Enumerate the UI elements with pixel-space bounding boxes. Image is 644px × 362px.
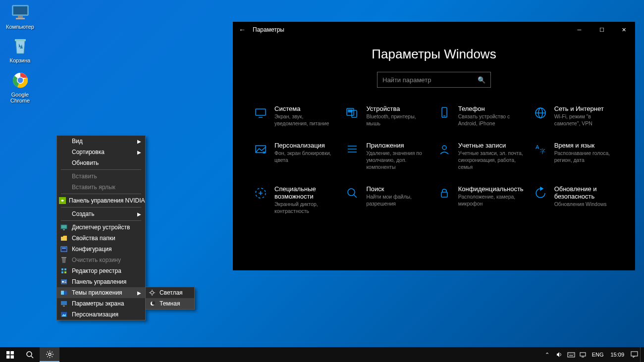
minimize-button[interactable]: ─ [568,22,590,38]
svg-rect-13 [61,257,66,258]
category-devices[interactable]: Устройства Bluetooth, принтеры, мышь [344,105,427,127]
svg-rect-39 [348,111,352,112]
cm-display-settings[interactable]: Параметры экрана [57,298,145,309]
svg-rect-11 [61,247,67,252]
theme-icon [59,289,69,297]
svg-rect-56 [6,351,10,355]
category-desc: Учетные записи, эл. почта, синхронизация… [458,150,524,170]
category-title: Телефон [458,105,524,112]
svg-rect-55 [441,192,447,197]
category-desc: Bluetooth, принтеры, мышь [366,113,427,127]
svg-rect-38 [348,110,352,110]
maximize-button[interactable]: ☐ [590,22,613,38]
category-update[interactable]: Обновление и безопасность Обновления Win… [533,185,615,214]
category-title: Обновление и безопасность [554,185,615,200]
category-phone[interactable]: Телефон Связать устройство с Android, iP… [436,105,524,127]
svg-rect-21 [64,282,66,283]
category-title: Специальные возможности [274,185,335,200]
show-desktop-button[interactable] [640,347,644,362]
category-privacy[interactable]: Конфиденциальность Расположение, камера,… [436,185,524,214]
svg-rect-23 [61,291,64,295]
svg-rect-20 [64,281,66,281]
cm-empty-bin: Очистить корзину [57,255,145,265]
svg-rect-16 [61,271,63,273]
cm-sort[interactable]: Сортировка▶ [57,147,145,157]
svg-line-54 [354,195,357,198]
cm-control-panel[interactable]: Панель управления [57,276,145,287]
cm-regedit[interactable]: Редактор реестра [57,265,145,276]
svg-rect-58 [6,355,10,359]
category-accounts[interactable]: Учетные записи Учетные записи, эл. почта… [436,142,524,170]
category-desc: Обновления Windows [554,201,615,208]
category-title: Устройства [366,105,427,112]
category-desc: Расположение, камера, микрофон [458,194,524,207]
close-button[interactable]: ✕ [613,22,635,38]
personalization-icon [253,142,268,157]
category-desc: Фон, экран блокировки, цвета [274,150,335,163]
theme-light[interactable]: Светлая [146,287,194,298]
cm-personalize[interactable]: Персонализация [57,309,145,320]
category-searchcat[interactable]: Поиск Найти мои файлы, разрешения [344,185,427,214]
action-center-icon[interactable] [628,347,640,362]
category-ease[interactable]: Специальные возможности Экранный диктор,… [253,185,335,214]
desktop-icon-chrome[interactable]: Google Chrome [1,70,39,103]
category-desc: Найти мои файлы, разрешения [366,194,427,207]
category-apps[interactable]: Приложения Удаление, значения по умолчан… [344,142,427,170]
category-network[interactable]: Сеть и Интернет Wi-Fi, режим "в самолете… [533,105,615,127]
cm-device-manager[interactable]: Диспетчер устройств [57,222,145,233]
cm-nvidia[interactable]: Панель управления NVIDIA [57,195,145,206]
moon-icon [148,300,157,308]
clock[interactable]: 15:09 [606,352,628,358]
cm-new[interactable]: Создать▶ [57,208,145,219]
volume-icon[interactable] [553,347,565,362]
cm-msconfig[interactable]: Конфигурация [57,244,145,255]
svg-rect-34 [256,109,266,115]
network-icon[interactable] [577,347,589,362]
svg-point-49 [442,146,446,150]
time-icon: A字 [533,142,548,157]
desktop-icon-recycle-bin[interactable]: Корзина [1,36,39,63]
svg-rect-57 [10,351,14,355]
svg-rect-14 [61,268,63,270]
theme-dark[interactable]: Темная [146,298,194,309]
taskbar-settings-button[interactable] [40,347,59,362]
titlebar[interactable]: ← Параметры ─ ☐ ✕ [233,22,635,38]
svg-text:A: A [536,144,539,150]
settings-window: ← Параметры ─ ☐ ✕ Параметры Windows 🔍 Си… [233,22,635,270]
svg-line-61 [31,356,33,358]
cm-app-themes[interactable]: Темы приложения▶ Светлая Темная [57,287,145,298]
language-indicator[interactable]: ENG [589,352,607,358]
display-icon [59,300,69,308]
svg-rect-71 [631,352,638,356]
cm-refresh[interactable]: Обновить [57,157,145,168]
search-input[interactable] [382,76,478,84]
category-system[interactable]: Система Экран, звук, уведомления, питани… [253,105,335,127]
svg-rect-12 [62,248,66,249]
desktop-icon-computer[interactable]: Компьютер [1,2,39,30]
category-time[interactable]: A字 Время и язык Распознавание голоса, ре… [533,142,615,170]
cm-view[interactable]: Вид▶ [57,136,145,147]
searchcat-icon [344,185,360,201]
svg-point-19 [62,281,64,283]
category-desc: Экранный диктор, контрастность [274,201,335,214]
category-desc: Удаление, значения по умолчанию, доп. ко… [366,150,427,170]
desktop-context-menu: Вид▶ Сортировка▶ Обновить Вставить Встав… [56,135,146,320]
keyboard-icon[interactable] [565,347,577,362]
search-box[interactable]: 🔍 [377,72,491,88]
config-icon [59,245,69,253]
window-title: Параметры [253,26,568,33]
search-icon: 🔍 [478,76,485,84]
start-button[interactable] [0,347,20,362]
back-button[interactable]: ← [239,26,246,34]
taskbar-search-button[interactable] [20,347,40,362]
update-icon [533,185,548,201]
category-personalization[interactable]: Персонализация Фон, экран блокировки, цв… [253,142,335,170]
tray-arrow-icon[interactable]: ⌃ [541,347,553,362]
network-icon [533,105,548,121]
svg-rect-59 [10,355,14,359]
svg-rect-15 [64,268,66,270]
cm-folder-props[interactable]: Свойства папки [57,233,145,244]
svg-rect-1 [13,6,27,14]
regedit-icon [59,267,69,275]
category-desc: Wi-Fi, режим "в самолете", VPN [554,113,615,127]
